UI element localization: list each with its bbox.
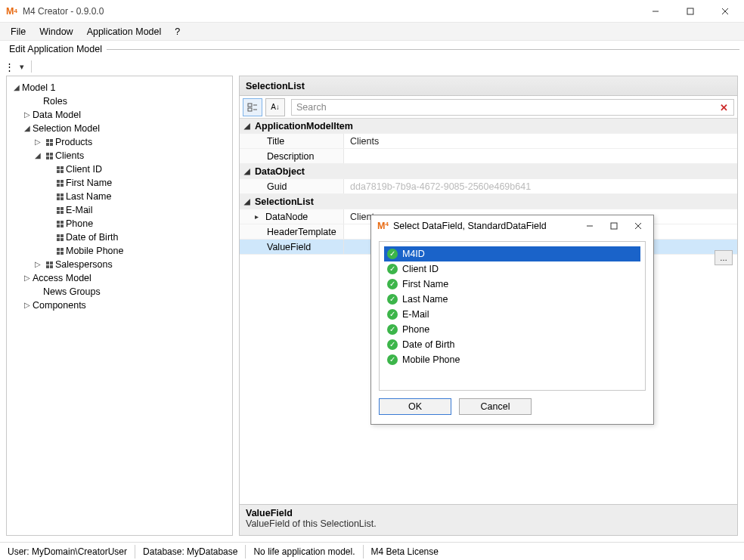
- prop-description[interactable]: Description: [240, 149, 737, 164]
- tree-access-model[interactable]: ▷Access Model: [10, 271, 229, 285]
- document-toolbar: ⋮ ▾: [0, 57, 744, 76]
- tree-selection-model[interactable]: ◢Selection Model: [10, 122, 229, 135]
- tree-email[interactable]: E-Mail: [10, 203, 229, 217]
- check-icon: ✓: [387, 264, 398, 274]
- check-icon: ✓: [387, 354, 398, 365]
- field-m4id[interactable]: ✓M4ID: [384, 246, 640, 261]
- property-toolbar: A↓ Search ✕: [240, 96, 737, 119]
- tree-news-groups[interactable]: News Groups: [10, 285, 229, 299]
- dialog-close[interactable]: [626, 217, 650, 235]
- status-license: M4 Beta License: [364, 545, 446, 558]
- window-close[interactable]: [708, 0, 742, 23]
- field-mobile[interactable]: ✓Mobile Phone: [384, 352, 640, 367]
- prop-category-dataobject[interactable]: ◢DataObject: [240, 164, 737, 179]
- check-icon: ✓: [387, 294, 398, 305]
- toolbar-dropdown-icon[interactable]: ▾: [20, 62, 24, 72]
- clear-search-icon[interactable]: ✕: [717, 101, 730, 115]
- grid-icon: [43, 153, 55, 159]
- svg-rect-4: [248, 104, 252, 107]
- property-footer-desc: ValueField of this SelectionList.: [246, 518, 731, 529]
- document-header: Edit Application Model: [0, 41, 744, 57]
- grid-icon: [43, 139, 55, 146]
- dialog-maximize[interactable]: [602, 217, 626, 235]
- dialog-title: Select DataField, StandardDataField: [393, 221, 547, 231]
- grid-icon: [54, 234, 66, 241]
- window-maximize[interactable]: [673, 0, 708, 23]
- menu-window[interactable]: Window: [33, 25, 79, 39]
- status-bar: User: MyDomain\CreatorUser Database: MyD…: [0, 542, 744, 560]
- grid-icon: [54, 193, 66, 200]
- tree-last-name[interactable]: Last Name: [10, 190, 229, 203]
- field-email[interactable]: ✓E-Mail: [384, 307, 640, 322]
- tree-dob[interactable]: Date of Birth: [10, 230, 229, 244]
- svg-rect-1: [687, 8, 693, 14]
- menu-application-model[interactable]: Application Model: [81, 25, 168, 39]
- menubar: File Window Application Model ?: [0, 23, 744, 41]
- tree-root[interactable]: ◢Model 1: [10, 81, 229, 94]
- dialog-app-icon: M4: [377, 221, 389, 231]
- tree-salespersons[interactable]: ▷Salespersons: [10, 258, 229, 271]
- prop-category-selectionlist[interactable]: ◢SelectionList: [240, 194, 737, 209]
- tree-mobile[interactable]: Mobile Phone: [10, 244, 229, 258]
- check-icon: ✓: [387, 279, 398, 289]
- check-icon: ✓: [387, 324, 398, 335]
- prop-valuefield-browse-button[interactable]: …: [715, 250, 733, 265]
- prop-title[interactable]: TitleClients: [240, 134, 737, 149]
- status-database: Database: MyDatabase: [135, 545, 246, 558]
- tree-pane: ◢Model 1 Roles ▷Data Model ◢Selection Mo…: [6, 76, 233, 536]
- app-icon: M4: [6, 5, 18, 17]
- check-icon: ✓: [387, 339, 398, 350]
- dialog-field-list[interactable]: ✓M4ID ✓Client ID ✓First Name ✓Last Name …: [379, 241, 646, 391]
- menu-file[interactable]: File: [5, 25, 32, 39]
- svg-rect-9: [611, 223, 617, 229]
- check-icon: ✓: [387, 249, 398, 259]
- dialog-cancel-button[interactable]: Cancel: [459, 398, 532, 415]
- document-header-rule: [107, 49, 739, 50]
- field-phone[interactable]: ✓Phone: [384, 322, 640, 337]
- dialog-minimize[interactable]: [578, 217, 602, 235]
- field-last-name[interactable]: ✓Last Name: [384, 292, 640, 307]
- categorized-view-button[interactable]: [243, 98, 262, 116]
- window-title: M4 Creator - 0.9.0.0: [23, 6, 104, 17]
- menu-help[interactable]: ?: [169, 25, 186, 39]
- property-pane-header: SelectionList: [240, 76, 737, 96]
- tree-first-name[interactable]: First Name: [10, 176, 229, 190]
- dialog-titlebar: M4 Select DataField, StandardDataField: [371, 215, 653, 237]
- tree-data-model[interactable]: ▷Data Model: [10, 108, 229, 122]
- grid-icon: [54, 166, 66, 173]
- grid-icon: [43, 261, 55, 268]
- check-icon: ✓: [387, 309, 398, 320]
- property-footer-title: ValueField: [246, 508, 731, 518]
- model-tree[interactable]: ◢Model 1 Roles ▷Data Model ◢Selection Mo…: [7, 76, 232, 535]
- grid-icon: [54, 221, 66, 227]
- field-dob[interactable]: ✓Date of Birth: [384, 337, 640, 352]
- search-placeholder: Search: [296, 102, 327, 113]
- grid-icon: [54, 180, 66, 187]
- titlebar: M4 M4 Creator - 0.9.0.0: [0, 0, 744, 23]
- toolbar-separator: [31, 60, 32, 73]
- property-search[interactable]: Search ✕: [291, 99, 734, 116]
- grid-icon: [54, 248, 66, 255]
- prop-category-appmodelitem[interactable]: ◢ApplicationModelItem: [240, 119, 737, 134]
- tree-phone[interactable]: Phone: [10, 217, 229, 230]
- toolbar-menu-icon[interactable]: ⋮: [5, 61, 15, 73]
- tree-components[interactable]: ▷Components: [10, 299, 229, 312]
- prop-guid[interactable]: Guiddda7819b-7b9a-4672-9085-2560e469b641: [240, 179, 737, 194]
- grid-icon: [54, 207, 66, 214]
- status-user: User: MyDomain\CreatorUser: [0, 545, 135, 558]
- tree-clients[interactable]: ◢Clients: [10, 149, 229, 162]
- tree-roles[interactable]: Roles: [10, 94, 229, 108]
- property-description-panel: ValueField ValueField of this SelectionL…: [240, 504, 737, 535]
- field-client-id[interactable]: ✓Client ID: [384, 261, 640, 277]
- status-life-model: No life application model.: [246, 545, 363, 558]
- field-first-name[interactable]: ✓First Name: [384, 277, 640, 292]
- alphabetical-view-button[interactable]: A↓: [265, 98, 285, 116]
- window-minimize[interactable]: [638, 0, 673, 23]
- select-datafield-dialog: M4 Select DataField, StandardDataField ✓…: [370, 215, 654, 425]
- tree-products[interactable]: ▷Products: [10, 135, 229, 149]
- document-title: Edit Application Model: [5, 44, 107, 54]
- svg-rect-5: [248, 108, 252, 111]
- tree-client-id[interactable]: Client ID: [10, 162, 229, 176]
- dialog-ok-button[interactable]: OK: [379, 398, 451, 415]
